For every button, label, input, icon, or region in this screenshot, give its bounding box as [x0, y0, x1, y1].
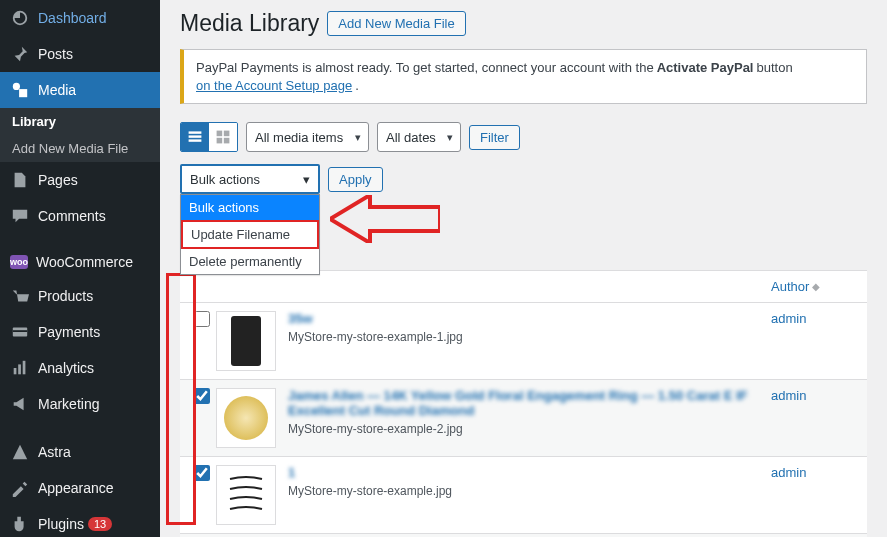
- notice-mid: button: [756, 60, 792, 75]
- sidebar-label: Appearance: [38, 480, 114, 496]
- bulk-option-update-filename[interactable]: Update Filename: [181, 220, 319, 249]
- svg-rect-3: [13, 330, 27, 332]
- sidebar-item-products[interactable]: Products: [0, 278, 160, 314]
- bulk-option-bulk-actions[interactable]: Bulk actions: [181, 195, 319, 220]
- chevron-down-icon: ▾: [303, 172, 310, 187]
- table-row: 1 MyStore-my-store-example.jpg admin: [180, 457, 867, 534]
- svg-rect-13: [217, 138, 223, 144]
- pin-icon: [10, 44, 30, 64]
- filter-button[interactable]: Filter: [469, 125, 520, 150]
- product-icon: [10, 286, 30, 306]
- sidebar-item-comments[interactable]: Comments: [0, 198, 160, 234]
- table-row: James Allen — 14K Yellow Gold Floral Eng…: [180, 380, 867, 457]
- sidebar-item-plugins[interactable]: Plugins 13: [0, 506, 160, 537]
- media-title-link[interactable]: James Allen — 14K Yellow Gold Floral Eng…: [288, 388, 771, 418]
- author-link[interactable]: admin: [771, 465, 806, 480]
- paypal-notice: PayPal Payments is almost ready. To get …: [180, 49, 867, 104]
- svg-rect-10: [189, 139, 202, 141]
- sidebar-label: Posts: [38, 46, 73, 62]
- add-new-media-button[interactable]: Add New Media File: [327, 11, 465, 36]
- sidebar-submenu-media: Library Add New Media File: [0, 108, 160, 162]
- sidebar-subitem-library[interactable]: Library: [0, 108, 160, 135]
- payment-icon: [10, 322, 30, 342]
- sidebar-item-analytics[interactable]: Analytics: [0, 350, 160, 386]
- sidebar-label: Marketing: [38, 396, 99, 412]
- page-title: Media Library: [180, 10, 319, 37]
- sidebar-label: Products: [38, 288, 93, 304]
- author-link[interactable]: admin: [771, 388, 806, 403]
- sidebar-label: Dashboard: [38, 10, 107, 26]
- analytics-icon: [10, 358, 30, 378]
- view-mode-toggle: [180, 122, 238, 152]
- sidebar-item-pages[interactable]: Pages: [0, 162, 160, 198]
- sidebar-label: Media: [38, 82, 76, 98]
- sidebar-item-posts[interactable]: Posts: [0, 36, 160, 72]
- sidebar-label: WooCommerce: [36, 254, 133, 270]
- bulk-actions-dropdown: Bulk actions Update Filename Delete perm…: [180, 194, 320, 275]
- media-filename: MyStore-my-store-example-2.jpg: [288, 422, 771, 436]
- sidebar-item-appearance[interactable]: Appearance: [0, 470, 160, 506]
- sidebar-label: Payments: [38, 324, 100, 340]
- media-table: Author ◆ 35w MyStore-my-store-example-1.…: [180, 270, 867, 537]
- grid-view-button[interactable]: [209, 123, 237, 151]
- notice-link[interactable]: on the Account Setup page: [196, 78, 352, 93]
- sidebar-label: Plugins: [38, 516, 84, 532]
- media-filename: MyStore-my-store-example.jpg: [288, 484, 771, 498]
- sidebar-item-payments[interactable]: Payments: [0, 314, 160, 350]
- svg-rect-12: [224, 131, 230, 137]
- svg-rect-4: [14, 368, 17, 374]
- apply-button[interactable]: Apply: [328, 167, 383, 192]
- sidebar-item-astra[interactable]: Astra: [0, 434, 160, 470]
- sidebar-item-media[interactable]: Media: [0, 72, 160, 108]
- comment-icon: [10, 206, 30, 226]
- column-header-author[interactable]: Author ◆: [771, 279, 861, 294]
- marketing-icon: [10, 394, 30, 414]
- svg-point-0: [13, 83, 20, 90]
- date-filter[interactable]: All dates: [377, 122, 461, 152]
- dashboard-icon: [10, 8, 30, 28]
- svg-rect-8: [189, 131, 202, 133]
- sidebar-subitem-add-new[interactable]: Add New Media File: [0, 135, 160, 162]
- notice-text: PayPal Payments is almost ready. To get …: [196, 60, 654, 75]
- bulk-actions-select[interactable]: Bulk actions ▾: [180, 164, 320, 194]
- sidebar-label: Pages: [38, 172, 78, 188]
- notice-bold: Activate PayPal: [657, 60, 754, 75]
- svg-rect-1: [19, 89, 27, 97]
- appearance-icon: [10, 478, 30, 498]
- page-icon: [10, 170, 30, 190]
- woo-icon: woo: [10, 255, 28, 269]
- author-link[interactable]: admin: [771, 311, 806, 326]
- plugins-icon: [10, 514, 30, 534]
- media-title-link[interactable]: 35w: [288, 311, 771, 326]
- main-content: Media Library Add New Media File PayPal …: [160, 0, 887, 537]
- table-row: 35w MyStore-my-store-example-1.jpg admin: [180, 303, 867, 380]
- sidebar-item-woocommerce[interactable]: woo WooCommerce: [0, 246, 160, 278]
- media-thumbnail[interactable]: [216, 465, 276, 525]
- media-thumbnail[interactable]: [216, 311, 276, 371]
- sidebar-label: Analytics: [38, 360, 94, 376]
- svg-rect-6: [23, 361, 26, 375]
- admin-sidebar: Dashboard Posts Media Library Add New Me…: [0, 0, 160, 537]
- svg-rect-5: [18, 364, 21, 374]
- sidebar-label: Astra: [38, 444, 71, 460]
- sidebar-label: Comments: [38, 208, 106, 224]
- author-header-label: Author: [771, 279, 809, 294]
- sidebar-item-dashboard[interactable]: Dashboard: [0, 0, 160, 36]
- row-checkbox[interactable]: [194, 465, 210, 481]
- media-thumbnail[interactable]: [216, 388, 276, 448]
- row-checkbox[interactable]: [194, 388, 210, 404]
- sidebar-item-marketing[interactable]: Marketing: [0, 386, 160, 422]
- bulk-selected-label: Bulk actions: [190, 172, 260, 187]
- svg-rect-14: [224, 138, 230, 144]
- media-type-filter[interactable]: All media items: [246, 122, 369, 152]
- row-checkbox[interactable]: [194, 311, 210, 327]
- astra-icon: [10, 442, 30, 462]
- svg-rect-9: [189, 135, 202, 137]
- media-icon: [10, 80, 30, 100]
- list-view-button[interactable]: [181, 123, 209, 151]
- notice-end: .: [355, 78, 359, 93]
- media-title-link[interactable]: 1: [288, 465, 771, 480]
- sort-icon: ◆: [812, 281, 820, 292]
- media-filename: MyStore-my-store-example-1.jpg: [288, 330, 771, 344]
- bulk-option-delete[interactable]: Delete permanently: [181, 249, 319, 274]
